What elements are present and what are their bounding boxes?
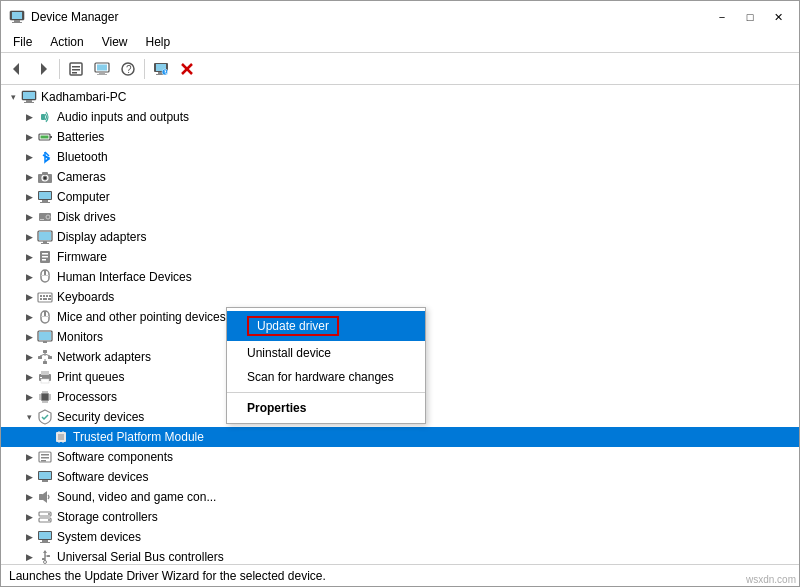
device-tree[interactable]: ▾ Kadhambari-PC ▶	[1, 85, 799, 564]
svg-line-73	[40, 354, 45, 356]
svg-rect-64	[41, 316, 49, 317]
ctx-update-driver[interactable]: Update driver	[227, 311, 425, 341]
svg-rect-45	[43, 241, 47, 243]
mice-label: Mice and other pointing devices	[57, 310, 226, 324]
svg-rect-59	[40, 298, 42, 300]
back-button[interactable]	[5, 57, 29, 81]
minimize-button[interactable]: −	[709, 7, 735, 27]
hid-chevron: ▶	[21, 269, 37, 285]
properties-icon	[68, 61, 84, 77]
menu-file[interactable]: File	[5, 33, 40, 51]
disk-icon	[37, 209, 53, 225]
tree-item-hid[interactable]: ▶ Human Interface Devices	[1, 267, 799, 287]
tree-item-keyboards[interactable]: ▶ Keyboards	[1, 287, 799, 307]
menu-view[interactable]: View	[94, 33, 136, 51]
remove-icon	[179, 61, 195, 77]
processors-label: Processors	[57, 390, 117, 404]
monitor-icon	[37, 329, 53, 345]
svg-rect-49	[42, 256, 48, 258]
bluetooth-label: Bluetooth	[57, 150, 108, 164]
tree-item-software-comp[interactable]: ▶ Software components	[1, 447, 799, 467]
svg-rect-60	[43, 298, 47, 300]
tree-item-bluetooth[interactable]: ▶ Bluetooth	[1, 147, 799, 167]
tree-item-firmware[interactable]: ▶ Firmware	[1, 247, 799, 267]
svg-marker-117	[43, 550, 47, 553]
context-menu: Update driver Uninstall device Scan for …	[226, 307, 426, 424]
menu-bar: File Action View Help	[1, 31, 799, 53]
tree-root[interactable]: ▾ Kadhambari-PC	[1, 87, 799, 107]
svg-rect-3	[12, 22, 22, 23]
svg-rect-95	[58, 434, 64, 440]
tree-item-computer[interactable]: ▶ Computer	[1, 187, 799, 207]
monitors-chevron: ▶	[21, 329, 37, 345]
close-button[interactable]: ✕	[765, 7, 791, 27]
system-chevron: ▶	[21, 529, 37, 545]
bluetooth-icon	[37, 149, 53, 165]
ctx-scan-label: Scan for hardware changes	[247, 370, 394, 384]
svg-rect-31	[41, 136, 49, 139]
keyboards-label: Keyboards	[57, 290, 114, 304]
tree-item-software-dev[interactable]: ▶ Software devices	[1, 467, 799, 487]
tree-item-sound[interactable]: ▶ Sound, video and game con...	[1, 487, 799, 507]
batteries-chevron: ▶	[21, 129, 37, 145]
svg-rect-13	[97, 74, 107, 75]
svg-rect-118	[47, 555, 50, 557]
svg-rect-114	[42, 540, 48, 542]
tree-item-tpm[interactable]: Trusted Platform Module	[1, 427, 799, 447]
tree-item-storage[interactable]: ▶ Storage controllers	[1, 507, 799, 527]
menu-help[interactable]: Help	[138, 33, 179, 51]
tree-item-audio[interactable]: ▶ Audio inputs and outputs	[1, 107, 799, 127]
sw-comp-label: Software components	[57, 450, 173, 464]
tree-item-usb[interactable]: ▶ Universal Serial Bus controllers	[1, 547, 799, 564]
usb-chevron: ▶	[21, 549, 37, 564]
disk-label: Disk drives	[57, 210, 116, 224]
svg-point-110	[48, 513, 50, 515]
update-driver-button[interactable]	[90, 57, 114, 81]
audio-label: Audio inputs and outputs	[57, 110, 189, 124]
sw-comp-icon	[37, 449, 53, 465]
svg-marker-5	[41, 63, 47, 75]
remove-button[interactable]	[175, 57, 199, 81]
tree-item-disk[interactable]: ▶ Disk drives	[1, 207, 799, 227]
svg-rect-35	[42, 172, 48, 175]
ctx-properties[interactable]: Properties	[227, 396, 425, 420]
svg-rect-41	[40, 219, 44, 220]
network-chevron: ▶	[21, 349, 37, 365]
update-icon	[94, 61, 110, 77]
storage-icon	[37, 509, 53, 525]
svg-rect-50	[42, 259, 46, 261]
properties-button[interactable]	[64, 57, 88, 81]
maximize-button[interactable]: □	[737, 7, 763, 27]
svg-rect-70	[48, 356, 52, 359]
root-chevron: ▾	[5, 89, 21, 105]
forward-button[interactable]	[31, 57, 55, 81]
svg-rect-113	[39, 532, 51, 539]
sound-icon	[37, 489, 53, 505]
ctx-scan[interactable]: Scan for hardware changes	[227, 365, 425, 389]
svg-rect-107	[39, 494, 43, 500]
svg-rect-44	[39, 232, 51, 240]
computer-label: Computer	[57, 190, 110, 204]
svg-rect-68	[43, 350, 47, 353]
svg-rect-54	[38, 293, 52, 302]
tree-item-display[interactable]: ▶ Display adapters	[1, 227, 799, 247]
tree-item-batteries[interactable]: ▶ Batteries	[1, 127, 799, 147]
tree-item-system[interactable]: ▶ System devices	[1, 527, 799, 547]
bluetooth-chevron: ▶	[21, 149, 37, 165]
ctx-uninstall-label: Uninstall device	[247, 346, 331, 360]
status-text: Launches the Update Driver Wizard for th…	[9, 569, 326, 583]
svg-text:?: ?	[126, 64, 132, 75]
help-button[interactable]: ?	[116, 57, 140, 81]
storage-label: Storage controllers	[57, 510, 158, 524]
tree-item-cameras[interactable]: ▶ Cameras	[1, 167, 799, 187]
camera-icon	[37, 169, 53, 185]
mice-chevron: ▶	[21, 309, 37, 325]
svg-rect-67	[43, 341, 47, 343]
window-icon	[9, 9, 25, 25]
display-icon	[37, 229, 53, 245]
processors-chevron: ▶	[21, 389, 37, 405]
scan-button[interactable]: ↻	[149, 57, 173, 81]
menu-action[interactable]: Action	[42, 33, 91, 51]
svg-rect-52	[44, 270, 46, 275]
ctx-uninstall[interactable]: Uninstall device	[227, 341, 425, 365]
